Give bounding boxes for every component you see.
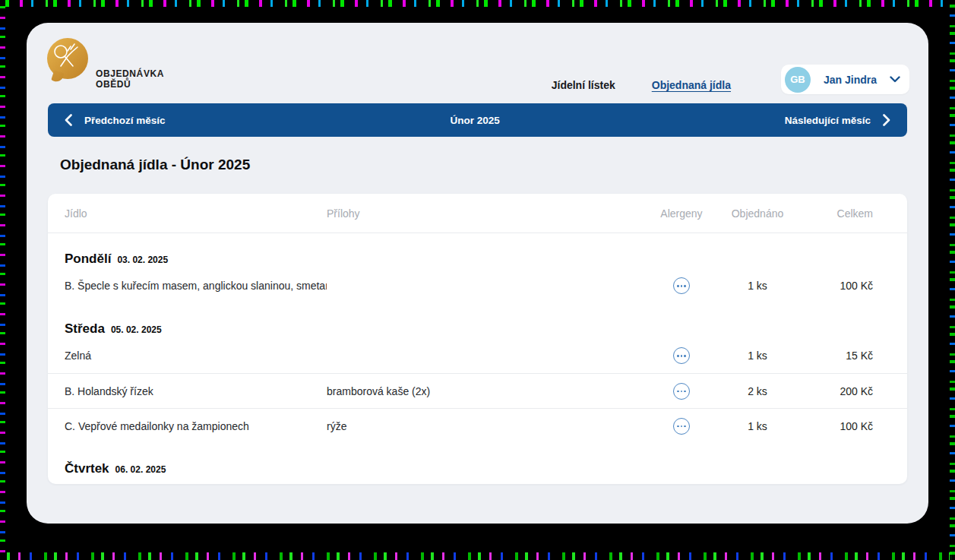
brand-name: OBJEDNÁVKA OBĚDŮ <box>96 68 164 90</box>
allergens-ellipsis-button[interactable] <box>673 418 690 435</box>
previous-month-label: Předchozí měsíc <box>84 115 166 126</box>
month-navigation-bar: Předchozí měsíc Únor 2025 Následující mě… <box>48 103 907 137</box>
meal-row: B. Holandský řízekbramborová kaše (2x)2 … <box>48 373 907 408</box>
avatar: GB <box>785 67 811 93</box>
day-name: Čtvrtek <box>65 461 109 476</box>
allergens-ellipsis-button[interactable] <box>673 277 690 294</box>
ellipsis-icon <box>673 347 690 364</box>
meal-row: B. Špecle s kuřecím masem, anglickou sla… <box>48 268 907 303</box>
day-heading: Pondělí03. 02. 2025 <box>48 233 907 267</box>
chevron-left-icon <box>65 114 72 126</box>
previous-month-button[interactable]: Předchozí měsíc <box>65 114 166 126</box>
ellipsis-icon <box>673 418 690 435</box>
glitch-artifact-bottom <box>0 552 955 560</box>
column-header-sides: Přílohy <box>327 207 651 220</box>
meal-rows <box>48 478 907 484</box>
spoon-fork-logo-icon <box>47 38 88 79</box>
column-header-ordered: Objednáno <box>712 207 803 220</box>
main-nav: Jídelní lístek Objednaná jídla <box>552 79 731 91</box>
meal-row: C. Vepřové medailonky na žampionechrýže1… <box>48 408 907 443</box>
user-name: Jan Jindra <box>811 74 890 86</box>
total-price: 200 Kč <box>803 385 873 397</box>
ordered-quantity: 1 ks <box>712 350 803 362</box>
day-name: Pondělí <box>65 252 111 267</box>
next-month-button[interactable]: Následující měsíc <box>785 114 890 126</box>
current-month-label: Únor 2025 <box>166 115 785 126</box>
brand-line-2: OBĚDŮ <box>96 79 164 90</box>
column-header-allergens: Alergeny <box>651 207 712 220</box>
total-price: 100 Kč <box>803 420 873 432</box>
column-header-meal: Jídlo <box>65 207 327 220</box>
ordered-quantity: 1 ks <box>712 420 803 432</box>
total-price: 15 Kč <box>803 350 873 362</box>
column-header-total: Celkem <box>803 207 873 220</box>
meal-name: C. Vepřové medailonky na žampionech <box>65 420 327 432</box>
day-section: Čtvrtek06. 02. 2025 <box>48 443 907 484</box>
day-date: 03. 02. 2025 <box>117 255 168 265</box>
ordered-meals-table: Jídlo Přílohy Alergeny Objednáno Celkem … <box>48 194 907 484</box>
day-date: 05. 02. 2025 <box>111 324 162 335</box>
ellipsis-icon <box>673 383 690 400</box>
chevron-right-icon <box>883 114 890 126</box>
brand-line-1: OBJEDNÁVKA <box>96 68 164 79</box>
page-title: Objednaná jídla - Únor 2025 <box>60 157 250 173</box>
allergens-ellipsis-button[interactable] <box>673 383 690 400</box>
table-body: Pondělí03. 02. 2025B. Špecle s kuřecím m… <box>48 233 907 484</box>
ordered-quantity: 2 ks <box>712 385 803 397</box>
meal-name: B. Špecle s kuřecím masem, anglickou sla… <box>65 280 327 292</box>
brand-logo: OBJEDNÁVKA OBĚDŮ <box>47 36 199 97</box>
glitch-artifact-left <box>0 0 5 560</box>
ordered-quantity: 1 ks <box>712 280 803 292</box>
glitch-artifact-right <box>950 0 955 560</box>
meal-sides: bramborová kaše (2x) <box>327 385 651 397</box>
glitch-artifact-top <box>0 0 955 7</box>
meal-sides: rýže <box>327 420 651 432</box>
meal-rows: Zelná1 ks15 KčB. Holandský řízekbramboro… <box>48 338 907 443</box>
ellipsis-icon <box>673 277 690 294</box>
total-price: 100 Kč <box>803 280 873 292</box>
allergens-ellipsis-button[interactable] <box>673 347 690 364</box>
user-menu[interactable]: GB Jan Jindra <box>781 65 909 94</box>
nav-item-menu[interactable]: Jídelní lístek <box>552 79 615 91</box>
nav-item-ordered-meals[interactable]: Objednaná jídla <box>652 79 731 91</box>
meal-row <box>48 478 907 484</box>
day-date: 06. 02. 2025 <box>115 464 166 475</box>
meal-rows: B. Špecle s kuřecím masem, anglickou sla… <box>48 268 907 303</box>
meal-row: Zelná1 ks15 Kč <box>48 338 907 373</box>
next-month-label: Následující měsíc <box>785 115 871 126</box>
meal-name: B. Holandský řízek <box>65 385 327 397</box>
table-header-row: Jídlo Přílohy Alergeny Objednáno Celkem <box>48 194 907 233</box>
day-section: Středa05. 02. 2025Zelná1 ks15 KčB. Holan… <box>48 303 907 443</box>
day-heading: Čtvrtek06. 02. 2025 <box>48 443 907 476</box>
chevron-down-icon <box>890 76 900 83</box>
top-bar: OBJEDNÁVKA OBĚDŮ Jídelní lístek Objednan… <box>27 23 928 103</box>
day-heading: Středa05. 02. 2025 <box>48 303 907 337</box>
day-name: Středa <box>65 321 105 337</box>
day-section: Pondělí03. 02. 2025B. Špecle s kuřecím m… <box>48 233 907 303</box>
app-window: OBJEDNÁVKA OBĚDŮ Jídelní lístek Objednan… <box>27 23 928 524</box>
meal-name: Zelná <box>65 350 327 362</box>
